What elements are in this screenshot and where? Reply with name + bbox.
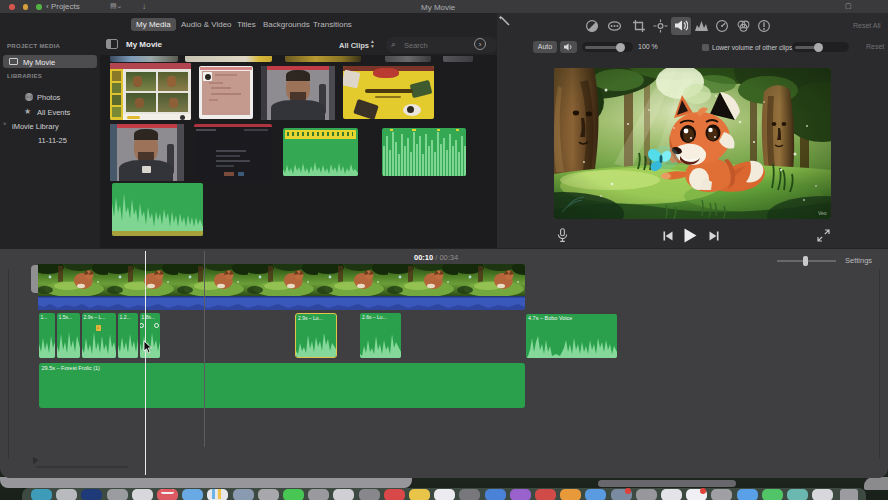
svg-text:Veo: Veo: [818, 210, 827, 216]
